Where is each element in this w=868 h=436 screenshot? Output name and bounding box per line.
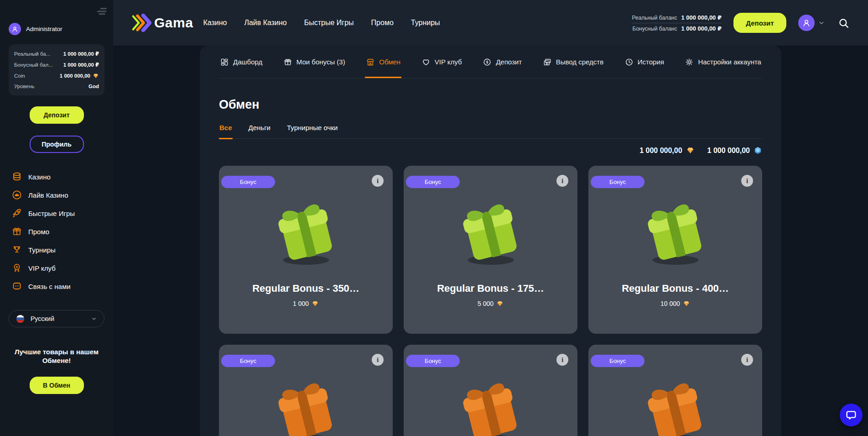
tab-label: Настройки аккаунта [698,58,761,66]
header-nav-item[interactable]: Быстрые Игры [304,19,354,27]
info-icon[interactable]: i [372,175,384,187]
wallet-value: 1 000 000,00 [707,147,750,155]
bonus-badge: Бонус [221,176,275,188]
info-icon[interactable]: i [741,175,753,187]
header-nav-item[interactable]: Турниры [411,19,440,27]
avatar [9,23,21,35]
bonus-badge: Бонус [591,176,645,188]
sidebar-nav-item[interactable]: Казино [0,168,113,186]
bonus-badge: Бонус [406,355,460,367]
header-balance-label: Реальный баланс [632,15,677,21]
filter-tab[interactable]: Турнирные очки [286,124,338,139]
header-nav-item[interactable]: Промо [371,19,394,27]
sidebar-nav-item[interactable]: Промо [0,222,113,241]
info-icon[interactable]: i [556,175,568,187]
account-tab[interactable]: Мои бонусы (3) [282,46,346,78]
sidebar-nav-item[interactable]: VIP клуб [0,259,113,277]
account-panel: Дашборд Мои бонусы (3) Обмен VIP [200,46,781,436]
bonus-card[interactable]: Бонус i [219,345,393,436]
header-balance-value: 1 000 000,00 ₽ [681,25,722,32]
gem-icon [312,300,319,307]
sidebar-user[interactable]: Administrator [9,23,113,35]
gift-box-image [452,195,529,272]
bonus-badge: Бонус [591,355,645,367]
balance-row: Бонусный бал... 1 000 000,00 ₽ [14,62,99,68]
header-nav-item[interactable]: Лайв Казино [244,19,286,27]
account-tab[interactable]: Настройки аккаунта [684,46,762,78]
bonus-card[interactable]: Бонус i [404,345,577,436]
bonus-title: Regular Bonus - 350… [248,283,364,294]
tab-icon [421,58,431,67]
info-icon[interactable]: i [741,354,753,366]
account-tab[interactable]: VIP клуб [421,46,463,78]
balance-value: God [88,84,99,89]
info-icon[interactable]: i [372,354,384,366]
bonus-price: 5 000 [478,300,504,307]
tab-label: VIP клуб [435,58,462,66]
tab-icon [220,58,229,67]
bonus-card[interactable]: Бонус i Regular Bonus - 400… 10 000 [588,166,762,334]
header-balance-value: 1 000 000,00 ₽ [681,14,722,21]
user-icon [801,18,811,28]
sidebar-nav: Казино Лайв Казино Быстрые Игры Промо [0,168,113,295]
balance-label: Реальный ба... [14,51,50,57]
header-balance-row: Реальный баланс 1 000 000,00 ₽ [632,12,722,23]
tab-icon [685,58,694,67]
account-tab[interactable]: Обмен [365,46,401,78]
tab-icon [366,58,375,67]
tab-icon [283,58,292,67]
account-tab[interactable]: Дашборд [219,46,263,78]
header: Gama КазиноЛайв КазиноБыстрые ИгрыПромоТ… [113,0,868,46]
gem-icon [754,146,762,155]
sidebar-nav-item[interactable]: Быстрые Игры [0,204,113,222]
header-balance-row: Бонусный баланс 1 000 000,00 ₽ [632,23,722,34]
sidebar-nav-item[interactable]: Турниры [0,241,113,259]
menu-toggle-icon[interactable] [94,5,109,18]
logo-chevrons-icon [131,14,151,32]
coin-gem-icon [93,73,99,79]
wallet-balance: 1 000 000,00 [707,146,762,155]
bonus-card[interactable]: Бонус i [588,345,762,436]
sidebar-nav-label: VIP клуб [28,264,56,272]
balance-row: Реальный ба... 1 000 000,00 ₽ [14,51,99,57]
price-value: 10 000 [660,300,680,307]
price-value: 1 000 [293,300,309,307]
bonus-badge: Бонус [221,355,275,367]
sidebar-nav-item[interactable]: Лайв Казино [0,186,113,204]
balance-value: 1 000 000,00 ₽ [63,51,99,57]
account-tab[interactable]: История [624,46,665,78]
sidebar-nav-label: Турниры [28,246,56,254]
tab-label: История [638,58,664,66]
bonus-price: 1 000 [293,300,319,307]
filter-tab[interactable]: Деньги [248,124,271,139]
bonus-price: 10 000 [660,300,690,307]
search-icon[interactable] [837,17,850,29]
gift-box-image [637,195,714,272]
bonus-card[interactable]: Бонус i Regular Bonus - 175… 5 000 [404,166,577,334]
account-tab[interactable]: Вывод средств [542,46,604,78]
tab-label: Дашборд [233,58,262,66]
sidebar-nav-icon [11,226,22,237]
language-label: Русский [31,315,85,322]
user-name: Administrator [26,26,62,32]
bonus-card[interactable]: Бонус i Regular Bonus - 350… 1 000 [219,166,393,334]
filter-tab[interactable]: Все [219,124,233,139]
tab-icon [483,58,492,67]
account-tab[interactable]: Депозит [482,46,523,78]
language-selector[interactable]: Русский [9,310,104,327]
sidebar-nav-icon [11,208,22,219]
sidebar-deposit-button[interactable]: Депозит [30,106,84,124]
account-menu[interactable] [798,15,826,31]
to-exchange-button[interactable]: В Обмен [30,377,84,394]
sidebar-profile-button[interactable]: Профиль [30,136,84,153]
balance-label: Coin [14,73,25,79]
header-deposit-button[interactable]: Депозит [733,13,786,33]
brand-logo[interactable]: Gama [131,14,193,32]
gift-box-image [268,195,344,272]
sidebar-nav-item[interactable]: Связь с нами [0,277,113,295]
tab-icon [624,58,634,67]
chat-widget-button[interactable] [840,404,863,426]
info-icon[interactable]: i [556,354,568,366]
price-value: 5 000 [478,300,494,307]
header-nav-item[interactable]: Казино [203,19,227,27]
